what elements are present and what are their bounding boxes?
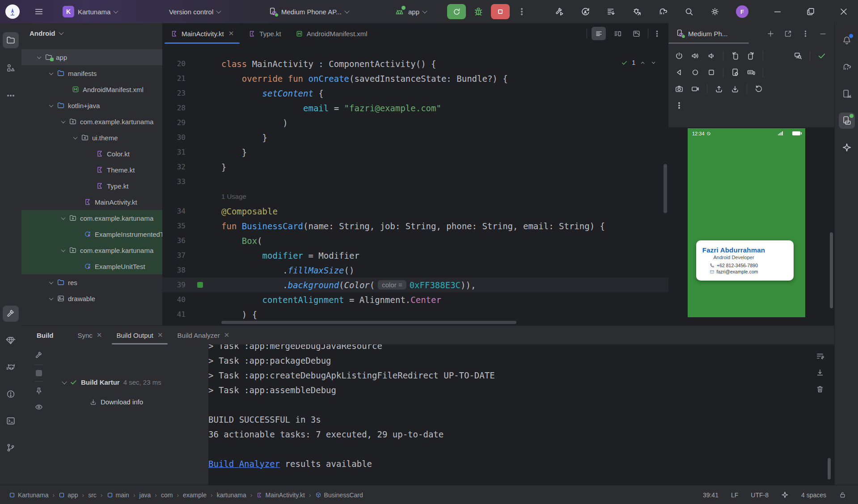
code-line-37[interactable]: 37 modifier = Modifier <box>162 248 668 263</box>
screenshot-icon[interactable] <box>675 84 684 93</box>
usages-hint[interactable]: 1 Usage <box>162 189 668 204</box>
breadcrumb-item-example[interactable]: example <box>183 491 207 499</box>
notifications-button[interactable] <box>839 32 855 48</box>
breadcrumb-item-java[interactable]: java <box>139 491 151 499</box>
tool-window-problems-button[interactable] <box>3 386 19 402</box>
build-tab-build-analyzer[interactable]: Build Analyzer✕ <box>170 326 237 344</box>
project-selector[interactable]: K Kartunama <box>63 0 118 23</box>
tool-window-resource-manager-button[interactable] <box>3 60 19 76</box>
code-line-40[interactable]: 40 contentAlignment = Alignment.Center <box>162 292 668 307</box>
more-tool-windows-button[interactable] <box>3 88 19 104</box>
color-swatch[interactable] <box>197 282 203 288</box>
add-device-icon[interactable] <box>766 29 775 38</box>
line-ending[interactable]: LF <box>731 491 738 499</box>
tool-window-gemini-button[interactable] <box>839 139 855 155</box>
breadcrumb-item-businesscard[interactable]: BusinessCard <box>315 491 363 499</box>
chevron-down-icon[interactable] <box>61 248 66 252</box>
chevron-down-icon[interactable] <box>49 280 54 284</box>
tool-window-app-quality-insights-button[interactable] <box>3 332 19 349</box>
device-panel-scrollbar[interactable] <box>830 232 833 308</box>
debug-button[interactable] <box>473 6 484 17</box>
scroll-to-end-icon[interactable] <box>816 368 824 377</box>
run-config-selector[interactable]: app <box>394 0 427 23</box>
code-line-34[interactable]: 34@Composable <box>162 204 668 218</box>
view-options-eye-icon[interactable] <box>34 403 43 412</box>
code-line-35[interactable]: 35fun BusinessCard(name: String, job: St… <box>162 218 668 233</box>
tree-item-drawable[interactable]: drawable <box>21 290 162 307</box>
build-run-hammer-icon[interactable] <box>554 7 564 17</box>
chevron-down-icon[interactable] <box>49 71 54 75</box>
soft-wrap-icon[interactable] <box>816 352 824 361</box>
code-line-20[interactable]: 20class MainActivity : ComponentActivity… <box>162 56 668 71</box>
clear-console-icon[interactable] <box>816 385 824 394</box>
breadcrumb-item-kartunama[interactable]: kartunama <box>217 491 246 499</box>
tree-item-app[interactable]: app <box>21 49 162 65</box>
file-encoding[interactable]: UTF-8 <box>751 491 769 499</box>
chevron-down-icon[interactable] <box>49 103 54 107</box>
build-tab-build-output[interactable]: Build Output✕ <box>109 326 170 344</box>
prev-problem-icon[interactable] <box>639 59 646 66</box>
vcs-widget[interactable]: Version control <box>169 0 220 23</box>
tool-window-gradle-button[interactable] <box>839 59 855 75</box>
code-area[interactable]: 20class MainActivity : ComponentActivity… <box>162 44 668 325</box>
attach-debugger-icon[interactable] <box>632 7 642 17</box>
volume-down-icon[interactable] <box>707 51 716 60</box>
settings-gear-icon[interactable] <box>710 7 720 17</box>
tree-item-com-example-kartunama[interactable]: com.example.kartunama <box>21 210 162 226</box>
code-line-32[interactable]: 32} <box>162 160 668 174</box>
next-problem-icon[interactable] <box>650 59 657 66</box>
tree-item-com-example-kartunama[interactable]: com.example.kartunama <box>21 113 162 130</box>
window-close-icon[interactable] <box>839 7 849 17</box>
emulator-screen[interactable]: 12:34 Fazri Abdurrahman Android Develope… <box>688 128 805 317</box>
panel-more-options-icon[interactable] <box>801 29 810 38</box>
code-line-28[interactable]: 28 email = "fazri@example.com" <box>162 101 668 115</box>
nav-home-icon[interactable] <box>691 68 700 77</box>
code-line-30[interactable]: 30 } <box>162 130 668 145</box>
close-tab-icon[interactable]: ✕ <box>228 29 234 38</box>
window-minimize-icon[interactable] <box>773 7 782 17</box>
code-line-31[interactable]: 31 } <box>162 145 668 160</box>
editor-horizontal-scrollbar[interactable] <box>221 321 516 324</box>
screen-record-icon[interactable] <box>691 84 700 93</box>
chevron-down-icon[interactable] <box>61 215 66 220</box>
build-window-title[interactable]: Build <box>37 332 54 339</box>
apply-changes-icon[interactable] <box>580 7 590 17</box>
breadcrumb-item-com[interactable]: com <box>161 491 173 499</box>
rerun-button[interactable] <box>447 4 466 19</box>
rotate-left-icon[interactable] <box>731 51 740 60</box>
device-power-icon[interactable] <box>675 51 684 60</box>
editor-tab-mainactivity-kt[interactable]: MainActivity.kt✕ <box>163 23 241 44</box>
tool-window-project-button[interactable] <box>3 32 19 48</box>
tree-item-manifests[interactable]: manifests <box>21 65 162 81</box>
breadcrumb-item-main[interactable]: main <box>107 491 129 499</box>
code-line-39[interactable]: 39 .background(Color(color =0xFF388E3C))… <box>162 277 668 292</box>
gemini-sparkle-icon[interactable] <box>781 491 789 499</box>
breadcrumb-item-src[interactable]: src <box>88 491 97 499</box>
chevron-down-icon[interactable] <box>73 135 78 139</box>
device-settings-icon[interactable] <box>731 68 740 77</box>
open-in-new-window-icon[interactable] <box>784 29 792 38</box>
code-line-21[interactable]: 21 override fun onCreate(savedInstanceSt… <box>162 71 668 86</box>
chevron-down-icon[interactable] <box>61 119 66 123</box>
editor-tab-type-kt[interactable]: Type.kt <box>241 23 288 44</box>
tree-item-ui-theme[interactable]: ui.theme <box>21 130 162 146</box>
code-line-29[interactable]: 29 ) <box>162 115 668 130</box>
code-line-33[interactable]: 33 <box>162 174 668 189</box>
editor-vertical-scrollbar[interactable] <box>664 164 667 213</box>
close-tab-icon[interactable]: ✕ <box>157 331 163 339</box>
hide-panel-icon[interactable] <box>819 29 827 38</box>
tree-item-mainactivity-kt[interactable]: MainActivity.kt <box>21 194 162 210</box>
device-more-actions-icon[interactable] <box>675 101 684 110</box>
tree-item-theme-kt[interactable]: Theme.kt <box>21 162 162 178</box>
build-result-node[interactable]: Build Kartur 4 sec, 23 ms <box>63 378 161 386</box>
stop-button[interactable] <box>491 4 510 19</box>
console-scrollbar[interactable] <box>828 458 831 479</box>
snapshot-restore-icon[interactable] <box>754 84 763 93</box>
close-tab-icon[interactable]: ✕ <box>97 331 102 339</box>
more-run-actions-icon[interactable] <box>517 7 527 17</box>
tree-item-com-example-kartunama[interactable]: com.example.kartunama <box>21 242 162 258</box>
code-line-38[interactable]: 38 .fillMaxSize() <box>162 263 668 277</box>
design-view-button[interactable] <box>629 27 643 40</box>
tool-window-device-manager-button[interactable] <box>839 86 855 102</box>
tree-item-res[interactable]: res <box>21 274 162 290</box>
